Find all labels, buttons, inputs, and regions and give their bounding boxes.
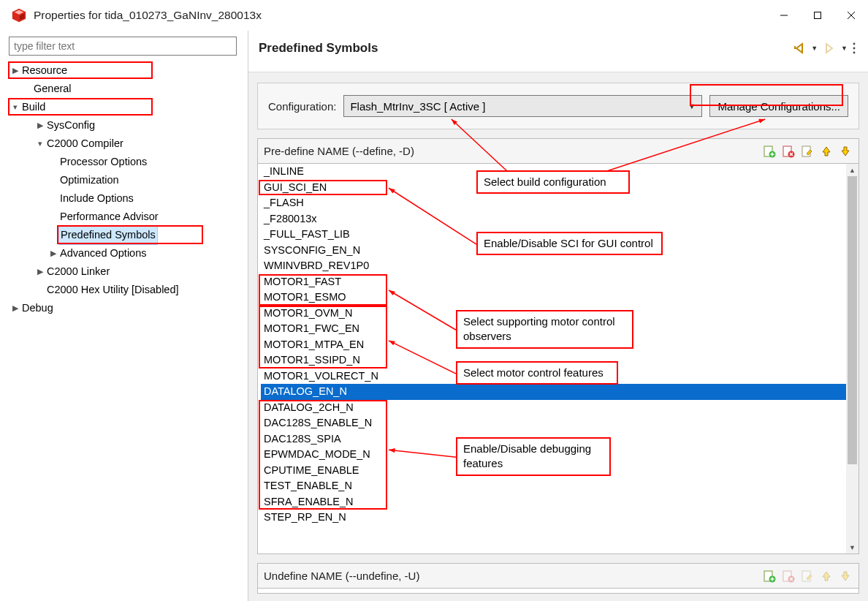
manage-configurations-button[interactable]: Manage Configurations... xyxy=(709,95,848,117)
window-title: Properties for tida_010273_GaNInv_280013… xyxy=(34,9,767,22)
properties-detail-panel: Predefined Symbols ▼ ▼ Configuration: xyxy=(248,31,868,601)
chevron-right-icon: ▶ xyxy=(48,244,58,262)
svg-point-4 xyxy=(853,43,856,45)
scroll-thumb[interactable] xyxy=(848,176,857,464)
symbol-row[interactable]: MOTOR1_MTPA_EN xyxy=(261,337,859,353)
app-cube-icon xyxy=(12,8,26,23)
undefine-symbols-table: Undefine NAME (--undefine, -U) xyxy=(257,563,859,594)
tree-item-predefined-symbols[interactable]: Predefined Symbols xyxy=(9,226,242,244)
window-maximize-button[interactable] xyxy=(801,4,834,27)
tree-item-resource[interactable]: ▶ Resource xyxy=(9,61,242,80)
symbol-row[interactable]: _F280013x xyxy=(261,211,859,227)
tree-item-performance-advisor[interactable]: Performance Advisor xyxy=(9,208,242,226)
add-symbol-icon[interactable] xyxy=(762,569,777,583)
chevron-right-icon: ▶ xyxy=(10,299,20,317)
predefine-header-label: Pre-define NAME (--define, -D) xyxy=(264,145,414,157)
symbol-row[interactable]: MOTOR1_ESMO xyxy=(261,290,859,306)
symbol-row[interactable]: MOTOR1_FWC_EN xyxy=(261,321,859,337)
configuration-row: Configuration: Flash_MtrInv_3SC [ Active… xyxy=(257,83,859,129)
symbol-row[interactable]: SYSCONFIG_EN_N xyxy=(261,243,859,259)
nav-back-dropdown[interactable]: ▼ xyxy=(811,45,818,52)
delete-symbol-icon[interactable] xyxy=(781,569,796,583)
nav-forward-icon[interactable] xyxy=(822,41,837,56)
symbol-row[interactable]: CPUTIME_ENABLE xyxy=(261,463,859,479)
predefine-symbols-table: Pre-define NAME (--define, -D) xyxy=(257,138,859,554)
tree-item-processor-options[interactable]: Processor Options xyxy=(9,153,242,171)
move-up-icon[interactable] xyxy=(819,569,834,583)
tree-item-advanced-options[interactable]: ▶Advanced Options xyxy=(9,244,242,262)
delete-symbol-icon[interactable] xyxy=(781,144,796,159)
page-title: Predefined Symbols xyxy=(259,41,792,56)
symbol-row[interactable]: DATALOG_2CH_N xyxy=(261,400,859,416)
symbol-row[interactable]: TEST_ENABLE_N xyxy=(261,478,859,494)
undefine-header-label: Undefine NAME (--undefine, -U) xyxy=(264,570,419,582)
menu-kebab-icon[interactable] xyxy=(852,42,856,54)
add-symbol-icon[interactable] xyxy=(762,144,777,159)
properties-tree[interactable]: ▶ Resource General ▾ Build ▶ SysConfig ▾… xyxy=(9,61,242,317)
symbol-row[interactable]: MOTOR1_OVM_N xyxy=(261,306,859,322)
chevron-right-icon: ▶ xyxy=(10,61,20,80)
move-down-icon[interactable] xyxy=(838,569,853,583)
scroll-up-icon[interactable]: ▲ xyxy=(846,164,859,176)
symbol-row[interactable]: EPWMDAC_MODE_N xyxy=(261,447,859,463)
window-close-button[interactable] xyxy=(834,4,868,27)
window-titlebar: Properties for tida_010273_GaNInv_280013… xyxy=(0,0,868,31)
svg-point-6 xyxy=(853,52,856,54)
symbol-row[interactable]: MOTOR1_SSIPD_N xyxy=(261,352,859,368)
symbol-row[interactable]: MOTOR1_VOLRECT_N xyxy=(261,368,859,385)
svg-point-5 xyxy=(853,48,856,50)
symbol-row[interactable]: STEP_RP_EN_N xyxy=(261,510,859,526)
symbol-row[interactable]: DATALOG_EN_N xyxy=(261,384,859,400)
symbol-row[interactable]: MOTOR1_FAST xyxy=(261,274,859,290)
symbol-row[interactable]: SFRA_ENABLE_N xyxy=(261,494,859,510)
chevron-down-icon: ▾ xyxy=(35,135,45,153)
symbol-row[interactable]: DAC128S_ENABLE_N xyxy=(261,415,859,431)
window-minimize-button[interactable] xyxy=(767,4,801,27)
tree-item-debug[interactable]: ▶Debug xyxy=(9,299,242,317)
symbol-row[interactable]: _INLINE xyxy=(261,164,859,180)
properties-tree-panel: ▶ Resource General ▾ Build ▶ SysConfig ▾… xyxy=(0,31,248,601)
svg-rect-1 xyxy=(815,12,821,19)
symbol-row[interactable]: GUI_SCI_EN xyxy=(261,180,859,196)
configuration-label: Configuration: xyxy=(268,100,336,113)
content-area: ▶ Resource General ▾ Build ▶ SysConfig ▾… xyxy=(0,31,868,601)
tree-item-general[interactable]: General xyxy=(9,80,242,98)
tree-item-c2000-linker[interactable]: ▶C2000 Linker xyxy=(9,262,242,281)
scroll-down-icon[interactable]: ▼ xyxy=(846,541,859,553)
chevron-down-icon: ▼ xyxy=(688,102,696,110)
symbol-row[interactable]: WMINVBRD_REV1P0 xyxy=(261,258,859,274)
move-up-icon[interactable] xyxy=(819,144,834,159)
edit-symbol-icon[interactable] xyxy=(800,144,815,159)
predefine-symbol-list[interactable]: _INLINEGUI_SCI_EN_FLASH_F280013x_FULL_FA… xyxy=(258,164,859,553)
edit-symbol-icon[interactable] xyxy=(800,569,815,583)
filter-input[interactable] xyxy=(9,37,237,56)
move-down-icon[interactable] xyxy=(838,144,853,159)
chevron-right-icon: ▶ xyxy=(35,116,45,135)
tree-item-c2000-compiler[interactable]: ▾ C2000 Compiler xyxy=(9,135,242,153)
nav-back-icon[interactable] xyxy=(792,41,807,56)
tree-item-sysconfig[interactable]: ▶ SysConfig xyxy=(9,116,242,135)
chevron-down-icon: ▾ xyxy=(10,98,20,116)
tree-item-c2000-hex-utility[interactable]: C2000 Hex Utility [Disabled] xyxy=(9,281,242,299)
tree-item-optimization[interactable]: Optimization xyxy=(9,171,242,189)
configuration-select[interactable]: Flash_MtrInv_3SC [ Active ] ▼ xyxy=(343,95,702,117)
symbol-row[interactable]: _FULL_FAST_LIB xyxy=(261,227,859,243)
nav-forward-dropdown[interactable]: ▼ xyxy=(841,45,848,52)
symbol-list-scrollbar[interactable]: ▲ ▼ xyxy=(846,164,859,553)
tree-item-build[interactable]: ▾ Build xyxy=(9,98,242,116)
tree-item-include-options[interactable]: Include Options xyxy=(9,189,242,208)
chevron-right-icon: ▶ xyxy=(35,262,45,281)
symbol-row[interactable]: _FLASH xyxy=(261,195,859,211)
symbol-row[interactable]: DAC128S_SPIA xyxy=(261,431,859,447)
